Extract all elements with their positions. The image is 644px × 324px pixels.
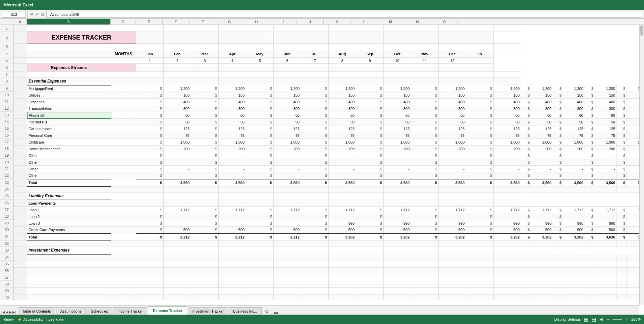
cell-11-10[interactable]: 400 (329, 99, 356, 105)
cell-13-13[interactable]: $ (411, 112, 439, 119)
cell-2-5[interactable] (219, 32, 246, 44)
cell-5-9[interactable]: 7 (301, 58, 329, 64)
cell-20-18[interactable]: - (531, 159, 553, 166)
cell-23-2[interactable] (111, 179, 136, 186)
cell-30-2[interactable] (111, 227, 136, 233)
cell-17-8[interactable]: 1,000 (274, 139, 301, 146)
cell-29-10[interactable]: 990 (329, 220, 356, 227)
cell-10-5[interactable]: $ (191, 92, 219, 99)
cell-26-7[interactable] (246, 200, 274, 207)
cell-20-11[interactable]: $ (356, 159, 384, 166)
cell-23-21[interactable]: $ (585, 179, 595, 186)
cell-32-16[interactable] (494, 241, 521, 247)
cell-27-8[interactable]: 1,712 (274, 207, 301, 213)
cell-22-5[interactable]: $ (191, 172, 219, 179)
cell-24-18[interactable] (531, 186, 553, 193)
row-number-24[interactable]: 24 (0, 186, 13, 192)
cell-10-13[interactable]: $ (411, 92, 439, 99)
cell-29-4[interactable]: - (164, 220, 191, 227)
cell-19-6[interactable]: - (219, 152, 246, 159)
cell-11-3[interactable]: $ (136, 99, 164, 105)
cell-10-21[interactable]: $ (585, 92, 595, 99)
cell-36-23[interactable] (617, 268, 627, 274)
cell-24-19[interactable] (553, 186, 563, 193)
cell-10-14[interactable]: 150 (439, 92, 466, 99)
row-number-12[interactable]: 12 (0, 105, 13, 112)
cell-39-2[interactable] (111, 288, 136, 294)
tab-schedules[interactable]: Schedules (87, 307, 112, 315)
cell-12-22[interactable]: 300 (595, 105, 617, 112)
cell-8-13[interactable] (411, 78, 439, 85)
cell-34-16[interactable] (494, 254, 521, 261)
cell-21-21[interactable]: $ (585, 166, 595, 172)
cell-15-10[interactable]: 125 (329, 125, 356, 132)
row-number-29[interactable]: 29 (0, 220, 13, 226)
cell-15-13[interactable]: $ (411, 125, 439, 132)
cell-31-4[interactable]: 2,212 (164, 233, 191, 241)
row-number-8[interactable]: 8 (0, 77, 13, 85)
cell-34-7[interactable] (246, 254, 274, 261)
cell-27-15[interactable]: $ (466, 207, 494, 213)
cell-39-17[interactable] (521, 288, 531, 294)
cell-7-9[interactable] (301, 72, 329, 78)
cell-24-9[interactable] (301, 186, 329, 193)
cell-2-14[interactable] (466, 32, 494, 44)
cell-37-9[interactable] (301, 274, 329, 281)
cell-36-10[interactable] (329, 268, 356, 274)
cell-20-1[interactable]: Other (27, 159, 111, 166)
cell-31-3[interactable]: $ (136, 233, 164, 241)
cell-2-7[interactable] (274, 32, 301, 44)
cell-8-12[interactable] (384, 78, 411, 85)
cell-1-6[interactable] (219, 25, 246, 32)
cell-1-12[interactable] (384, 25, 411, 32)
cell-23-1[interactable]: Total (27, 179, 111, 186)
cell-3-7[interactable] (246, 44, 274, 50)
cell-30-8[interactable]: 500 (274, 227, 301, 233)
cell-10-23[interactable]: $ (617, 92, 627, 99)
cell-5-4[interactable]: 2 (164, 58, 191, 64)
cell-1-13[interactable] (411, 25, 439, 32)
cell-40-15[interactable] (466, 294, 494, 300)
cell-33-1[interactable]: Investment Expenses (27, 247, 111, 254)
col-header-J[interactable]: J (297, 19, 324, 24)
cell-23-20[interactable]: 3,560 (563, 179, 585, 186)
cell-2-8[interactable] (301, 32, 329, 44)
cell-40-16[interactable] (494, 294, 521, 300)
cell-8-10[interactable] (329, 78, 356, 85)
cell-36-13[interactable] (411, 268, 439, 274)
cell-13-22[interactable]: 60 (595, 112, 617, 119)
cell-39-20[interactable] (563, 288, 585, 294)
cell-8-15[interactable] (466, 78, 494, 85)
row-number-23[interactable]: 23 (0, 179, 13, 186)
cell-2-4[interactable] (191, 32, 219, 44)
row-number-34[interactable]: 34 (0, 254, 13, 261)
cell-35-10[interactable] (329, 261, 356, 268)
cell-17-10[interactable]: 1,000 (329, 139, 356, 146)
cell-39-1[interactable] (27, 288, 111, 294)
cell-29-23[interactable]: $ (617, 220, 627, 227)
cell-7-13[interactable] (411, 72, 439, 78)
cell-24-7[interactable] (246, 186, 274, 193)
row-number-32[interactable]: 32 (0, 240, 13, 247)
cell-2-12[interactable] (411, 32, 439, 44)
cell-25-8[interactable] (274, 193, 301, 200)
cell-26-11[interactable] (356, 200, 384, 207)
cell-28-11[interactable]: $ (356, 213, 384, 220)
cell-37-19[interactable] (553, 274, 563, 281)
cell-21-1[interactable]: Other (27, 166, 111, 172)
cell-30-9[interactable]: $ (301, 227, 329, 233)
cell-12-16[interactable]: 300 (494, 105, 521, 112)
cell-39-19[interactable] (553, 288, 563, 294)
cell-36-8[interactable] (274, 268, 301, 274)
cell-13-10[interactable]: 60 (329, 112, 356, 119)
cell-27-6[interactable]: 1,712 (219, 207, 246, 213)
cell-17-17[interactable]: $ (521, 139, 531, 146)
col-header-B[interactable]: B (27, 19, 111, 24)
cell-10-18[interactable]: 150 (531, 92, 553, 99)
cell-37-12[interactable] (384, 274, 411, 281)
cell-37-3[interactable] (136, 274, 164, 281)
cell-17-20[interactable]: 1,000 (563, 139, 585, 146)
cell-13-16[interactable]: 60 (494, 112, 521, 119)
cell-13-20[interactable]: 60 (563, 112, 585, 119)
cell-11-7[interactable]: $ (246, 99, 274, 105)
